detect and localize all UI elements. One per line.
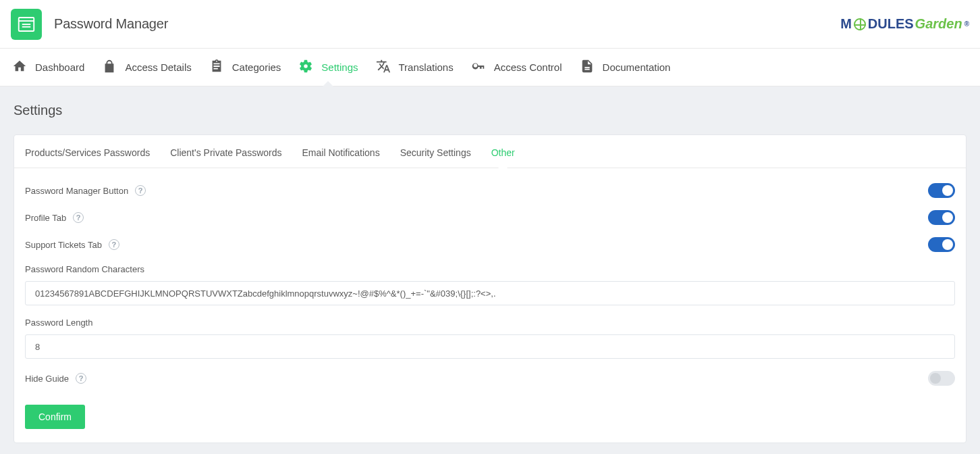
nav-categories[interactable]: Categories	[209, 49, 281, 86]
nav-label: Dashboard	[35, 61, 84, 73]
field-label: Profile Tab	[25, 213, 66, 223]
page-body: Settings Products/Services Passwords Cli…	[0, 86, 980, 454]
nav-label: Translations	[399, 61, 454, 73]
toggle-password-manager-button[interactable]	[928, 183, 955, 198]
label-wrap: Hide Guide ?	[25, 373, 86, 384]
page-title: Settings	[13, 103, 967, 118]
nav-translations[interactable]: Translations	[376, 49, 454, 86]
settings-tabs: Products/Services Passwords Client's Pri…	[14, 135, 966, 168]
gear-icon	[298, 59, 313, 76]
nav-access-details[interactable]: Access Details	[102, 49, 191, 86]
document-icon	[580, 59, 595, 76]
label-wrap: Password Manager Button ?	[25, 185, 146, 196]
help-icon[interactable]: ?	[73, 212, 84, 223]
globe-icon	[854, 18, 866, 30]
translate-icon	[376, 59, 391, 76]
row-password-length: Password Length	[25, 318, 955, 359]
help-icon[interactable]: ?	[109, 239, 119, 250]
tab-security-settings[interactable]: Security Settings	[400, 147, 471, 168]
field-label: Hide Guide	[25, 374, 69, 384]
tab-other[interactable]: Other	[491, 147, 515, 168]
main-nav: Dashboard Access Details Categories Sett…	[0, 49, 980, 86]
field-label: Password Manager Button	[25, 186, 128, 196]
row-hide-guide: Hide Guide ?	[25, 371, 955, 386]
password-random-characters-input[interactable]	[25, 281, 955, 305]
help-icon[interactable]: ?	[76, 373, 86, 384]
toggle-hide-guide[interactable]	[928, 371, 955, 386]
field-label: Password Length	[25, 318, 92, 328]
row-password-random-characters: Password Random Characters	[25, 264, 955, 305]
field-label: Support Tickets Tab	[25, 240, 102, 250]
nav-settings[interactable]: Settings	[298, 49, 358, 86]
field-label: Password Random Characters	[25, 264, 144, 274]
row-profile-tab: Profile Tab ?	[25, 210, 955, 225]
topbar: Password Manager MDULESGarden®	[0, 0, 980, 49]
confirm-button[interactable]: Confirm	[25, 405, 85, 429]
help-icon[interactable]: ?	[135, 185, 146, 196]
label-wrap: Password Length	[25, 318, 955, 328]
row-support-tickets-tab: Support Tickets Tab ?	[25, 237, 955, 252]
topbar-left: Password Manager	[11, 9, 168, 40]
row-password-manager-button: Password Manager Button ?	[25, 183, 955, 198]
nav-label: Access Control	[494, 61, 562, 73]
nav-label: Settings	[321, 61, 358, 73]
nav-access-control[interactable]: Access Control	[471, 49, 562, 86]
nav-label: Documentation	[603, 61, 671, 73]
label-wrap: Support Tickets Tab ?	[25, 239, 119, 250]
password-length-input[interactable]	[25, 334, 955, 359]
tab-email-notifications[interactable]: Email Notifications	[302, 147, 379, 168]
nav-documentation[interactable]: Documentation	[580, 49, 671, 86]
app-icon	[11, 9, 42, 40]
nav-label: Categories	[232, 61, 281, 73]
key-icon	[471, 59, 486, 76]
label-wrap: Profile Tab ?	[25, 212, 84, 223]
app-title: Password Manager	[54, 16, 168, 32]
lock-icon	[102, 59, 117, 76]
nav-dashboard[interactable]: Dashboard	[12, 49, 84, 86]
label-wrap: Password Random Characters	[25, 264, 955, 274]
tab-clients-private-passwords[interactable]: Client's Private Passwords	[170, 147, 281, 168]
toggle-support-tickets-tab[interactable]	[928, 237, 955, 252]
home-icon	[12, 59, 27, 76]
settings-card: Products/Services Passwords Client's Pri…	[13, 134, 967, 443]
tab-products-services-passwords[interactable]: Products/Services Passwords	[25, 147, 150, 168]
toggle-profile-tab[interactable]	[928, 210, 955, 225]
brand-logo: MDULESGarden®	[840, 16, 969, 32]
nav-label: Access Details	[125, 61, 191, 73]
form-body: Password Manager Button ? Profile Tab ? …	[14, 168, 966, 443]
clipboard-icon	[209, 59, 224, 76]
